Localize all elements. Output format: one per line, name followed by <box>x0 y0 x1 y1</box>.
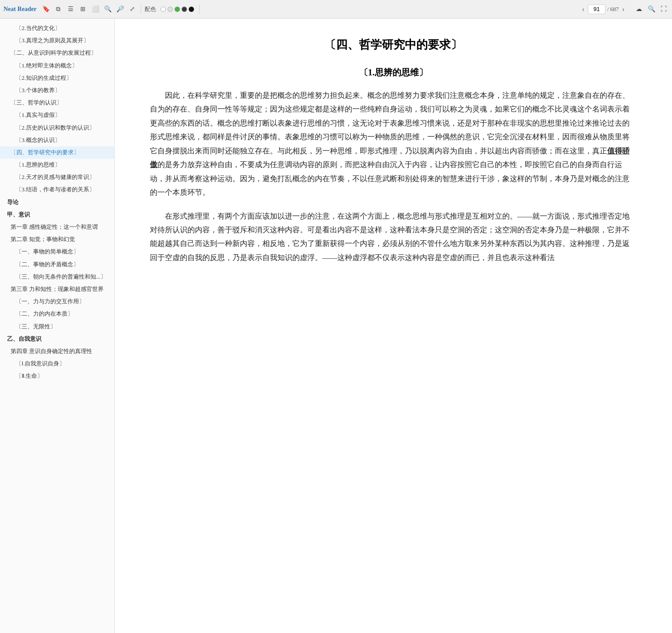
page-total: / 687 <box>607 6 619 13</box>
toc-item[interactable]: 〔三、朝向无条件的普遍性和知...〕 <box>0 271 114 283</box>
highlight-phrase: 值得骄傲 <box>150 147 630 169</box>
page-nav: ‹ / 687 › <box>580 4 626 14</box>
section-title: 〔1.思辨的思维〕 <box>150 66 637 79</box>
paragraph-1: 因此，在科学研究里，重要的是把概念的思维努力担负起来。概念的思维努力要求我们注意… <box>150 89 637 200</box>
page-icon[interactable]: ⬜ <box>90 4 100 14</box>
search-icon[interactable]: 🔍 <box>646 4 656 14</box>
copy-icon[interactable]: ⧉ <box>53 4 63 14</box>
toc-item[interactable]: 甲、意识 <box>0 209 114 221</box>
toc-item[interactable]: 〔2.当代的文化〕 <box>0 22 114 34</box>
content-area: 〔四、哲学研究中的要求〕 〔1.思辨的思维〕 因此，在科学研究里，重要的是把概念… <box>115 19 672 633</box>
toc-item[interactable]: 第三章 力和知性；现象和超感官世界 <box>0 283 114 295</box>
toc-item[interactable]: 〔二、力的内在本质〕 <box>0 308 114 320</box>
toc-item[interactable]: 第二章 知觉；事物和幻觉 <box>0 233 114 246</box>
toc-item[interactable]: 〔一、力与力的交互作用〕 <box>0 295 114 308</box>
toc-item[interactable]: 〔四、哲学研究中的要求〕 <box>0 146 114 159</box>
toc-item[interactable]: 第四章 意识自身确定性的真理性 <box>0 345 114 357</box>
fullscreen-icon[interactable]: ⛶ <box>659 4 668 14</box>
toc-item[interactable]: 乙、自我意识 <box>0 333 114 345</box>
menu-icon[interactable]: ☰ <box>66 4 75 14</box>
color-group <box>161 7 194 12</box>
cloud-icon[interactable]: ☁ <box>634 4 644 14</box>
grid-icon[interactable]: ⊞ <box>78 4 88 14</box>
toc-item[interactable]: 〔1.绝对即主体的概念〕 <box>0 60 114 72</box>
search-small-icon[interactable]: 🔍 <box>103 4 112 14</box>
toc-item[interactable]: 〔Ⅰ.自我意识自身〕 <box>0 357 114 370</box>
toc-item[interactable]: 〔3.概念的认识〕 <box>0 134 114 146</box>
toc-item[interactable]: 〔3.个体的教养〕 <box>0 84 114 97</box>
toc-item[interactable]: 〔一、事物的简单概念〕 <box>0 246 114 258</box>
toc-item[interactable]: 〔1.思辨的思维〕 <box>0 159 114 171</box>
color-black[interactable] <box>189 7 194 12</box>
toc-item[interactable]: 〔2.历史的认识和数学的认识〕 <box>0 122 114 134</box>
expand-icon[interactable]: ⤢ <box>127 4 137 14</box>
toc-item[interactable]: 〔3.结语，作者与读者的关系〕 <box>0 183 114 196</box>
app-title: Neat Reader <box>4 6 37 13</box>
toc-item[interactable]: 〔二、从意识到科学的发展过程〕 <box>0 47 114 59</box>
toolbar: Neat Reader 🔖 ⧉ ☰ ⊞ ⬜ 🔍 🔎 ⤢ 配色 ‹ / 687 ›… <box>0 0 672 19</box>
prev-page-button[interactable]: ‹ <box>580 5 586 14</box>
separator <box>141 5 141 14</box>
toc-item[interactable]: 〔Ⅱ.生命〕 <box>0 370 114 382</box>
bookmark-icon[interactable]: 🔖 <box>41 4 51 14</box>
next-page-button[interactable]: › <box>620 5 626 14</box>
toc-item[interactable]: 〔三、无限性〕 <box>0 320 114 333</box>
color-light[interactable] <box>168 7 173 12</box>
page-input[interactable] <box>588 4 605 14</box>
toc-item[interactable]: 〔1.真实与虚假〕 <box>0 109 114 121</box>
toc-item[interactable]: 〔2.天才的灵感与健康的常识〕 <box>0 171 114 183</box>
toc-item[interactable]: 〔三、哲学的认识〕 <box>0 97 114 109</box>
color-green[interactable] <box>175 7 180 12</box>
color-label: 配色 <box>145 5 156 13</box>
toc-item[interactable]: 第一章 感性确定性；这一个和意谓 <box>0 221 114 233</box>
toc-item[interactable]: 〔二、事物的矛盾概念〕 <box>0 258 114 271</box>
chapter-title: 〔四、哲学研究中的要求〕 <box>150 36 637 53</box>
toc-item[interactable]: 〔2.知识的生成过程〕 <box>0 72 114 84</box>
color-dark[interactable] <box>182 7 187 12</box>
sidebar: 〔2.当代的文化〕〔3.真理之为原则及其展开〕〔二、从意识到科学的发展过程〕〔1… <box>0 19 115 633</box>
search-large-icon[interactable]: 🔎 <box>115 4 125 14</box>
toc-item[interactable]: 〔3.真理之为原则及其展开〕 <box>0 34 114 47</box>
toc-item[interactable]: 导论 <box>0 196 114 209</box>
separator2 <box>199 5 200 14</box>
color-white[interactable] <box>161 7 166 12</box>
paragraph-2: 在形式推理里，有两个方面应该加以进一步的注意，在这两个方面上，概念思维与形式推理… <box>150 209 637 265</box>
main-layout: 〔2.当代的文化〕〔3.真理之为原则及其展开〕〔二、从意识到科学的发展过程〕〔1… <box>0 19 672 633</box>
right-icons: ☁ 🔍 ⛶ <box>634 4 668 14</box>
